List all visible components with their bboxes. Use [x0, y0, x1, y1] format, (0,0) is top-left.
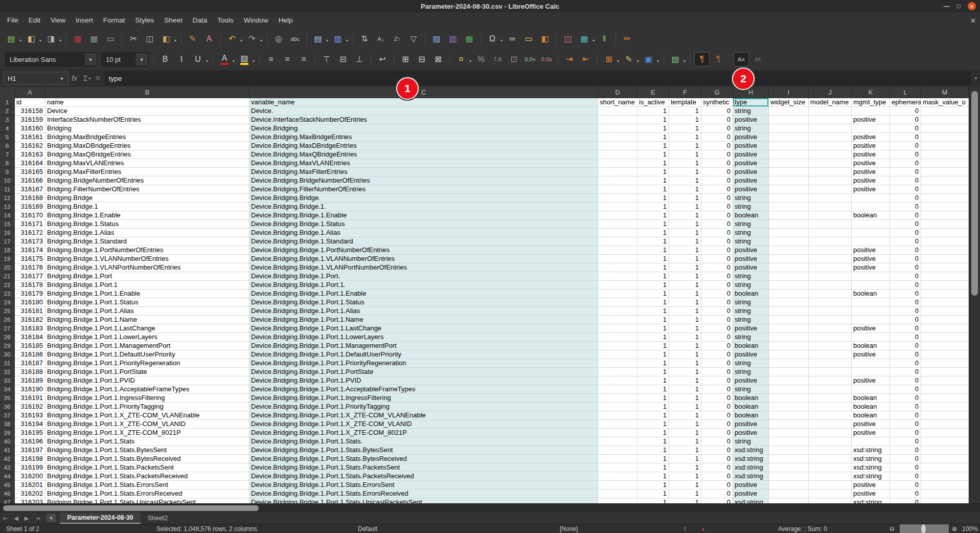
font-name-combo[interactable]: Liberation Sans▾ — [5, 52, 97, 66]
row-header-5[interactable]: 5 — [0, 133, 15, 142]
row-header-38[interactable]: 38 — [0, 420, 15, 429]
grid-cell[interactable] — [921, 446, 969, 455]
grid-cell[interactable] — [598, 437, 637, 446]
grid-cell[interactable]: 1 — [637, 211, 669, 220]
grid-cell[interactable]: 0 — [701, 385, 733, 394]
grid-cell[interactable] — [809, 255, 852, 263]
grid-cell[interactable] — [769, 411, 809, 420]
insert-comment-button[interactable]: ▭ — [521, 32, 536, 46]
grid-cell[interactable]: Device.Bridging.Bridge.1.Port.1.Stats.Pa… — [249, 463, 598, 472]
grid-cell[interactable]: 1 — [669, 376, 701, 385]
grid-cell[interactable] — [809, 168, 852, 176]
grid-cell[interactable] — [598, 481, 637, 490]
grid-cell[interactable]: 0 — [890, 403, 921, 411]
grid-cell[interactable]: 0 — [890, 429, 921, 437]
grid-cell[interactable]: positive — [733, 133, 769, 142]
grid-cell[interactable] — [769, 446, 809, 455]
column-header-E[interactable]: E — [637, 87, 669, 98]
grid-cell[interactable] — [598, 159, 637, 168]
merge-cells-button[interactable]: ⊟ — [414, 52, 429, 66]
grid-cell[interactable] — [921, 342, 969, 350]
grid-cell[interactable]: 316198 — [15, 455, 45, 463]
grid-cell[interactable]: boolean — [852, 394, 890, 403]
grid-cell[interactable] — [921, 124, 969, 133]
row-header-11[interactable]: 11 — [0, 185, 15, 194]
grid-cell[interactable]: 316175 — [15, 255, 45, 263]
grid-cell[interactable]: 0 — [890, 220, 921, 229]
grid-cell[interactable] — [769, 437, 809, 446]
grid-cell[interactable]: Bridging.Bridge.1.Port.1.PriorityRegener… — [45, 359, 249, 368]
grid-cell[interactable]: 0 — [701, 116, 733, 124]
grid-cell[interactable]: Bridging.Bridge.1.Port.1.LastChange — [45, 324, 249, 333]
grid-cell[interactable]: string — [733, 437, 769, 446]
grid-cell[interactable]: Device.Bridging.Bridge.1.Port.1.PortStat… — [249, 368, 598, 376]
grid-cell[interactable]: 316180 — [15, 298, 45, 307]
grid-cell[interactable]: 316173 — [15, 237, 45, 246]
grid-cell[interactable] — [809, 307, 852, 316]
grid-cell[interactable]: Bridging.Bridge.1.Port — [45, 272, 249, 281]
grid-cell[interactable] — [809, 385, 852, 394]
grid-cell[interactable]: 0 — [890, 203, 921, 211]
grid-cell[interactable] — [809, 333, 852, 342]
right-to-left-button[interactable]: ¶ — [711, 52, 726, 66]
grid-cell[interactable]: 1 — [669, 237, 701, 246]
grid-cell[interactable] — [809, 376, 852, 385]
grid-cell[interactable]: 0 — [701, 281, 733, 290]
row-header-47[interactable]: 47 — [0, 498, 15, 503]
formula-input-line[interactable]: type — [105, 72, 971, 85]
row-header-45[interactable]: 45 — [0, 481, 15, 490]
print-button[interactable]: ▦ — [86, 32, 102, 46]
row-header-28[interactable]: 28 — [0, 333, 15, 342]
grid-cell[interactable]: 1 — [669, 255, 701, 263]
grid-cell[interactable]: 1 — [637, 298, 669, 307]
grid-cell[interactable]: Device — [45, 107, 249, 116]
grid-cell[interactable] — [809, 498, 852, 503]
row-header-33[interactable]: 33 — [0, 376, 15, 385]
column-header-C[interactable]: C — [249, 87, 598, 98]
row-header-35[interactable]: 35 — [0, 394, 15, 403]
grid-cell[interactable]: 316168 — [15, 194, 45, 203]
grid-cell[interactable]: 1 — [669, 368, 701, 376]
grid-cell[interactable] — [809, 116, 852, 124]
grid-cell[interactable]: Bridging.Bridge.1.Port.1.Enable — [45, 290, 249, 298]
grid-cell[interactable]: 0 — [701, 463, 733, 472]
grid-cell[interactable]: 0 — [701, 472, 733, 481]
grid-cell[interactable] — [598, 463, 637, 472]
decrease-indent-button[interactable]: ⇤ — [578, 52, 594, 66]
grid-cell[interactable]: Bridging.Bridge.1.Port.1.Stats.PacketsRe… — [45, 472, 249, 481]
grid-cell[interactable] — [921, 324, 969, 333]
grid-cell[interactable] — [809, 281, 852, 290]
grid-cell[interactable]: boolean — [733, 394, 769, 403]
grid-cell[interactable] — [809, 150, 852, 159]
grid-cell[interactable]: 0 — [701, 229, 733, 237]
center-vertically-button[interactable]: ⊟ — [335, 52, 351, 66]
grid-cell[interactable] — [852, 203, 890, 211]
find-and-replace-button[interactable]: ◎ — [271, 32, 286, 46]
grid-cell[interactable]: 0 — [890, 298, 921, 307]
grid-cell[interactable] — [921, 368, 969, 376]
grid-cell[interactable] — [852, 194, 890, 203]
grid-cell[interactable]: 0 — [890, 194, 921, 203]
grid-cell[interactable]: 316196 — [15, 437, 45, 446]
grid-cell[interactable]: 316195 — [15, 429, 45, 437]
zoom-in-icon[interactable]: ⊕ — [952, 524, 957, 533]
grid-cell[interactable]: 316171 — [15, 220, 45, 229]
row-header-15[interactable]: 15 — [0, 220, 15, 229]
grid-cell[interactable] — [598, 290, 637, 298]
grid-cell[interactable]: 1 — [637, 307, 669, 316]
grid-cell[interactable]: widget_size — [769, 98, 809, 107]
new-document-button[interactable]: ▤▾ — [4, 32, 19, 46]
grid-cell[interactable] — [921, 211, 969, 220]
freeze-rows-and-columns-button[interactable]: ◫ — [560, 32, 576, 46]
grid-cell[interactable]: 1 — [637, 176, 669, 185]
grid-cell[interactable] — [598, 429, 637, 437]
grid-cell[interactable] — [809, 203, 852, 211]
grid-cell[interactable]: 1 — [669, 342, 701, 350]
grid-cell[interactable]: 1 — [669, 133, 701, 142]
grid-cell[interactable]: 1 — [669, 490, 701, 498]
grid-cell[interactable]: 1 — [637, 246, 669, 255]
row-header-3[interactable]: 3 — [0, 116, 15, 124]
grid-cell[interactable]: 0 — [890, 281, 921, 290]
grid-cell[interactable] — [921, 255, 969, 263]
grid-cell[interactable]: 1 — [637, 385, 669, 394]
